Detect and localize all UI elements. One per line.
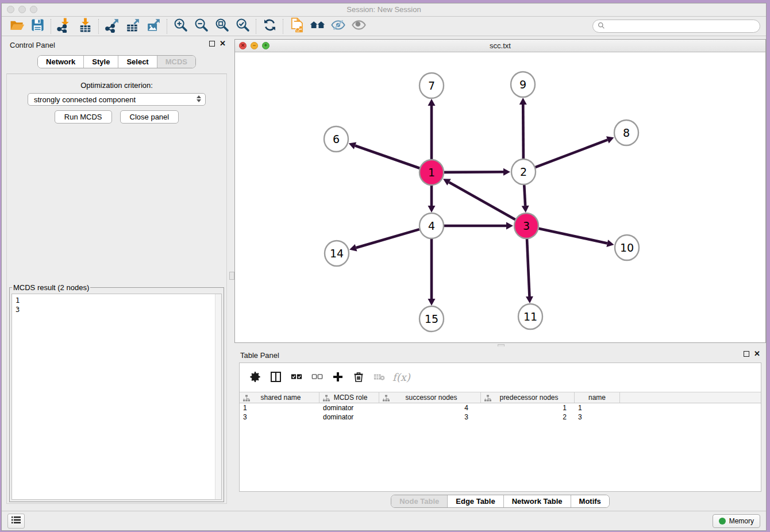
import-network-button[interactable]	[54, 18, 75, 35]
edge-2-8[interactable]	[536, 140, 608, 167]
close-panel-icon[interactable]: ✕	[220, 41, 226, 47]
task-history-button[interactable]	[7, 514, 25, 529]
toolbar-separator	[51, 19, 51, 34]
column-header-predecessor-nodes[interactable]: predecessor nodes	[481, 392, 575, 403]
cell-shared-name[interactable]: 1	[240, 403, 319, 413]
search-field[interactable]	[592, 20, 760, 33]
table-panel-title: Table Panel	[240, 351, 279, 360]
cell-successor-nodes[interactable]: 3	[379, 413, 481, 422]
graph-node-label-8: 8	[623, 126, 630, 139]
mcds-result-textarea[interactable]: 1 3	[11, 294, 222, 500]
criterion-dropdown[interactable]: strongly connected component	[28, 93, 206, 106]
tab-network[interactable]: Network	[38, 56, 84, 68]
column-header-shared-name[interactable]: shared name	[240, 392, 319, 403]
close-panel-button[interactable]: Close panel	[120, 110, 179, 124]
zoom-in-button[interactable]	[170, 18, 191, 35]
column-header-MCDS-role[interactable]: MCDS role	[319, 392, 379, 403]
save-session-button[interactable]	[27, 18, 48, 35]
edge-3-10[interactable]	[538, 229, 607, 244]
table-row[interactable]: 3dominator323	[240, 413, 761, 422]
mcds-panel-body: Optimization criterion: strongly connect…	[6, 74, 227, 504]
search-icon	[598, 21, 605, 32]
export-image-button[interactable]	[143, 18, 164, 35]
cell-name[interactable]: 3	[575, 413, 620, 422]
delete-table-icon[interactable]	[372, 369, 387, 384]
cell-MCDS-role[interactable]: dominator	[319, 413, 379, 422]
function-builder-icon[interactable]: f(x)	[392, 371, 410, 383]
control-panel: Control Panel ✕ NetworkStyleSelectMCDS O…	[2, 36, 232, 511]
settings-gear-icon[interactable]	[248, 369, 263, 384]
select-all-icon[interactable]	[289, 369, 304, 384]
first-neighbors-button[interactable]	[307, 18, 328, 35]
edge-3-1[interactable]	[449, 182, 515, 219]
zoom-fit-button[interactable]	[211, 18, 232, 35]
table-panel: Table Panel ✕ f(x) shared nameMCDS	[234, 346, 766, 511]
panel-splitter-grip[interactable]	[229, 272, 234, 280]
deselect-all-icon[interactable]	[310, 369, 325, 384]
graph-node-label-1: 1	[428, 166, 435, 179]
cell-predecessor-nodes[interactable]: 2	[481, 413, 575, 422]
cell-shared-name[interactable]: 3	[240, 413, 319, 422]
toolbar-separator	[98, 19, 99, 34]
memory-label: Memory	[729, 517, 754, 525]
edge-2-9[interactable]	[523, 105, 523, 159]
control-panel-header: Control Panel ✕	[2, 36, 232, 53]
main-toolbar	[2, 17, 766, 36]
edge-1-2[interactable]	[444, 172, 503, 172]
arrowhead-1-2	[503, 168, 510, 176]
arrowhead-2-9	[519, 98, 527, 105]
zoom-out-button[interactable]	[191, 18, 211, 35]
optimization-criterion-label: Optimization criterion:	[7, 81, 226, 90]
import-table-button[interactable]	[75, 18, 95, 35]
memory-button[interactable]: Memory	[713, 514, 760, 528]
network-frame-titlebar[interactable]: ✕ − + scc.txt	[235, 40, 765, 52]
edge-1-6[interactable]	[355, 146, 419, 168]
toolbar-separator	[256, 19, 256, 34]
arrowhead-1-7	[428, 99, 436, 106]
delete-column-icon[interactable]	[351, 369, 366, 384]
edge-3-11[interactable]	[527, 238, 529, 296]
tab-select[interactable]: Select	[118, 56, 157, 68]
graph-node-label-14: 14	[330, 247, 344, 260]
cell-successor-nodes[interactable]: 4	[379, 403, 481, 413]
column-header-successor-nodes[interactable]: successor nodes	[379, 392, 481, 403]
table-panel-inner: f(x) shared nameMCDS rolesuccessor nodes…	[239, 363, 761, 492]
add-column-icon[interactable]	[330, 369, 345, 384]
export-table-button[interactable]	[122, 18, 143, 35]
cell-predecessor-nodes[interactable]: 1	[481, 403, 575, 413]
tab-mcds[interactable]: MCDS	[157, 56, 195, 68]
result-scrollbar[interactable]	[215, 294, 221, 499]
mcds-result-group: MCDS result (2 nodes) 1 3	[9, 283, 224, 502]
node-table[interactable]: shared nameMCDS rolesuccessor nodesprede…	[240, 392, 761, 491]
toggle-column-panel-icon[interactable]	[268, 369, 283, 384]
refresh-layout-button[interactable]	[259, 18, 280, 35]
network-canvas[interactable]: 7968124314101511	[235, 52, 765, 342]
float-panel-icon[interactable]	[209, 41, 215, 47]
cell-name[interactable]: 1	[575, 403, 620, 413]
tab-style[interactable]: Style	[84, 56, 118, 68]
run-mcds-button[interactable]: Run MCDS	[55, 110, 112, 124]
export-network-button[interactable]	[102, 18, 122, 35]
search-input[interactable]	[608, 21, 760, 32]
float-table-panel-icon[interactable]	[744, 351, 749, 357]
hide-selected-button[interactable]	[328, 18, 348, 35]
edge-2-3[interactable]	[524, 184, 525, 206]
open-network-file-button[interactable]	[286, 18, 307, 35]
show-all-button[interactable]	[348, 18, 369, 35]
cell-MCDS-role[interactable]: dominator	[319, 403, 379, 413]
table-panel-header: Table Panel ✕	[234, 346, 766, 363]
close-table-panel-icon[interactable]: ✕	[754, 351, 760, 357]
memory-status-icon	[719, 518, 726, 525]
table-tab-network-table[interactable]: Network Table	[504, 495, 571, 507]
edge-4-14[interactable]	[356, 229, 419, 248]
export-network-icon	[105, 17, 120, 35]
zoom-selected-button[interactable]	[232, 18, 253, 35]
table-tab-motifs[interactable]: Motifs	[571, 495, 609, 507]
network-canvas-svg: 7968124314101511	[235, 52, 765, 342]
table-row[interactable]: 1dominator411	[240, 403, 761, 413]
table-tab-edge-table[interactable]: Edge Table	[448, 495, 503, 507]
open-session-button[interactable]	[6, 18, 27, 35]
column-header-name[interactable]: name	[575, 392, 620, 403]
refresh-icon	[262, 17, 278, 35]
table-tab-node-table[interactable]: Node Table	[391, 495, 448, 507]
